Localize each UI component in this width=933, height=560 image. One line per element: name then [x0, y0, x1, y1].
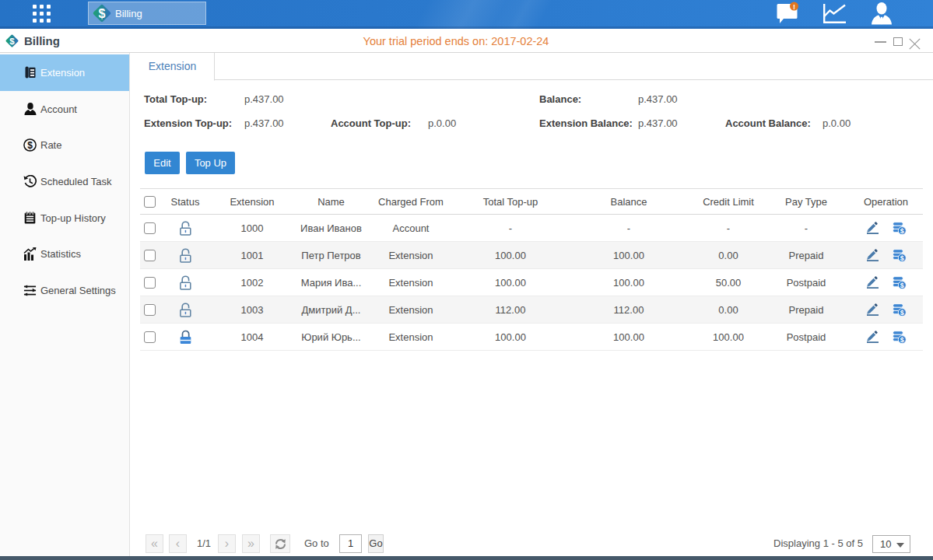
svg-text:!: ! — [793, 3, 795, 11]
svg-text:$: $ — [900, 226, 903, 234]
svg-text:$: $ — [99, 7, 106, 20]
svg-text:$: $ — [900, 335, 903, 343]
svg-text:$: $ — [900, 254, 903, 261]
svg-text:$: $ — [27, 140, 33, 151]
svg-text:$: $ — [900, 308, 903, 316]
svg-text:$: $ — [900, 281, 903, 289]
